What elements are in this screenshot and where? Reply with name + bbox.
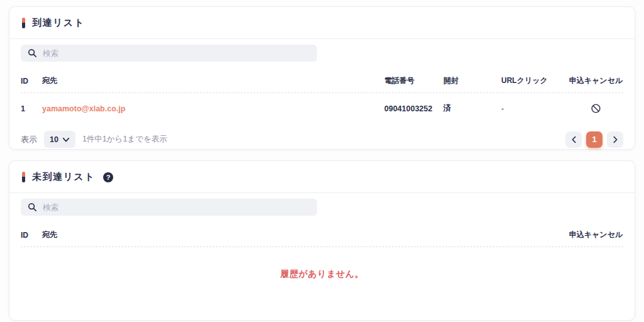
cancel-button[interactable] — [569, 103, 623, 114]
reached-list-card: 到達リスト ID 宛先 電話番号 開封 URLクリック 申込キャンセル 1 ya… — [9, 6, 635, 150]
col-header-url-click: URLクリック — [501, 75, 569, 86]
display-label: 表示 — [21, 134, 37, 145]
page-size-select[interactable]: 10 — [44, 131, 75, 148]
col-header-cancel: 申込キャンセル — [569, 75, 623, 86]
reached-table: ID 宛先 電話番号 開封 URLクリック 申込キャンセル 1 yamamoto… — [21, 62, 623, 124]
reached-search-box[interactable] — [21, 45, 317, 62]
unreached-list-header: 未到達リスト ? — [9, 161, 635, 192]
section-bar-icon — [22, 18, 25, 28]
section-bar-icon — [22, 172, 25, 182]
header-divider — [9, 38, 635, 39]
reached-search-input[interactable] — [43, 49, 310, 58]
search-icon — [28, 48, 37, 58]
cell-recipient-link[interactable]: yamamoto@xlab.co.jp — [42, 104, 384, 113]
col-header-phone: 電話番号 — [384, 75, 443, 86]
reached-pagination: 表示 10 1件中1から1までを表示 1 — [21, 131, 623, 148]
reached-list-title: 到達リスト — [32, 17, 85, 29]
page: 到達リスト ID 宛先 電話番号 開封 URLクリック 申込キャンセル 1 ya… — [0, 6, 644, 321]
chevron-right-icon — [613, 136, 618, 143]
unreached-table: ID 宛先 申込キャンセル — [21, 216, 623, 247]
page-size-value: 10 — [50, 135, 58, 144]
pager-buttons: 1 — [565, 131, 623, 148]
table-row: 1 yamamoto@xlab.co.jp 09041003252 済 - — [21, 93, 623, 124]
header-divider — [9, 192, 635, 193]
search-icon — [28, 203, 37, 212]
unreached-list-title: 未到達リスト — [32, 171, 95, 183]
unreached-table-header-row: ID 宛先 申込キャンセル — [21, 216, 623, 247]
chevron-down-icon — [62, 136, 70, 143]
reached-list-header: 到達リスト — [9, 7, 635, 38]
unreached-search-input[interactable] — [43, 203, 310, 212]
col-header-id: ID — [21, 77, 42, 86]
next-page-button[interactable] — [607, 131, 623, 148]
col-header-recipient: 宛先 — [42, 75, 384, 86]
col-header-recipient: 宛先 — [42, 230, 569, 240]
cell-opened: 済 — [443, 103, 501, 114]
col-header-cancel: 申込キャンセル — [569, 230, 623, 240]
cell-phone: 09041003252 — [384, 104, 443, 113]
col-header-id: ID — [21, 231, 42, 240]
cell-id: 1 — [21, 104, 42, 113]
help-icon[interactable]: ? — [103, 172, 113, 182]
prev-page-button[interactable] — [565, 131, 582, 148]
empty-history-message: 履歴がありません。 — [9, 269, 635, 280]
unreached-search-box[interactable] — [21, 199, 317, 216]
unreached-list-card: 未到達リスト ? ID 宛先 申込キャンセル 履歴がありません。 — [9, 160, 635, 321]
page-1-button[interactable]: 1 — [586, 131, 602, 148]
col-header-opened: 開封 — [443, 75, 501, 86]
pagination-summary: 1件中1から1までを表示 — [82, 134, 167, 145]
cell-url-click: - — [501, 104, 569, 113]
chevron-left-icon — [571, 136, 577, 143]
ban-icon — [591, 103, 601, 114]
reached-table-header-row: ID 宛先 電話番号 開封 URLクリック 申込キャンセル — [21, 62, 623, 93]
